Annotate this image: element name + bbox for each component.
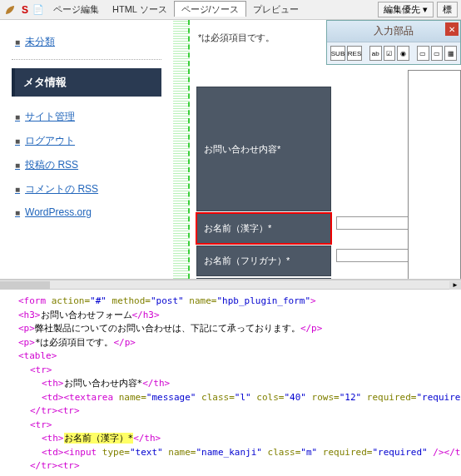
form-label-3[interactable]: E-Mail* [196, 278, 331, 279]
preview-pane: *は必須項目です。 お問い合わせ内容*お名前（漢字）*お名前（フリガナ）*E-M… [173, 20, 461, 279]
sidebar-link-1[interactable]: ログアウト [12, 129, 161, 153]
form-label-0[interactable]: お問い合わせ内容* [196, 87, 331, 211]
required-note: *は必須項目です。 [198, 32, 275, 44]
form-label-2[interactable]: お名前（フリガナ）* [196, 245, 331, 276]
tab-1[interactable]: HTML ソース [106, 2, 174, 17]
tab-2[interactable]: ページ/ソース [174, 1, 246, 17]
sidebar-link-4[interactable]: WordPress.org [12, 201, 161, 223]
parts-button-7[interactable]: ▦ [444, 46, 457, 61]
parts-button-0[interactable]: SUB [330, 46, 345, 61]
sidebar-link-0[interactable]: サイト管理 [12, 105, 161, 129]
tab-0[interactable]: ページ編集 [47, 2, 106, 17]
parts-button-4[interactable]: ◉ [397, 46, 409, 61]
sidebar-link-3[interactable]: コメントの RSS [12, 177, 161, 201]
scroll-right-icon[interactable]: ► [449, 281, 461, 290]
parts-button-3[interactable]: ☑ [384, 46, 396, 61]
horizontal-scrollbar[interactable]: ◄ ► [0, 280, 461, 290]
parts-button-5[interactable]: ▭ [417, 46, 429, 61]
standard-button[interactable]: 標 [437, 2, 458, 17]
s-label: S [22, 4, 28, 16]
sidebar-link-uncategorized[interactable]: 未分類 [12, 30, 161, 54]
parts-button-2[interactable]: ab [369, 46, 382, 61]
main-split: 未分類 メタ情報 サイト管理ログアウト投稿の RSSコメントの RSSWordP… [0, 20, 461, 280]
sidebar: 未分類 メタ情報 サイト管理ログアウト投稿の RSSコメントの RSSWordP… [0, 20, 173, 279]
parts-button-6[interactable]: ▭ [431, 46, 444, 61]
source-code-pane[interactable]: <form action="#" method="post" name="hpb… [0, 290, 461, 476]
doc-icon[interactable]: 📄 [32, 3, 45, 17]
leaf-icon [3, 3, 17, 17]
parts-button-1[interactable]: RES [347, 46, 362, 61]
form-label-1[interactable]: お名前（漢字）* [196, 213, 331, 244]
margin-guide [173, 20, 190, 279]
parts-panel-title: 入力部品 ✕ [327, 21, 460, 42]
tab-3[interactable]: プレビュー [246, 2, 305, 17]
side-panel-box [408, 70, 461, 279]
divider [12, 59, 161, 60]
input-parts-panel: 入力部品 ✕ SUBRESab☑◉▭▭▦ [326, 20, 461, 65]
sidebar-header-meta: メタ情報 [12, 68, 161, 97]
top-toolbar: S 📄 ページ編集HTML ソースページ/ソースプレビュー 編集優先 ▾ 標 [0, 0, 461, 20]
scroll-thumb[interactable] [0, 281, 50, 290]
edit-priority-button[interactable]: 編集優先 ▾ [378, 2, 434, 17]
sidebar-link-2[interactable]: 投稿の RSS [12, 153, 161, 177]
close-icon[interactable]: ✕ [445, 22, 459, 36]
